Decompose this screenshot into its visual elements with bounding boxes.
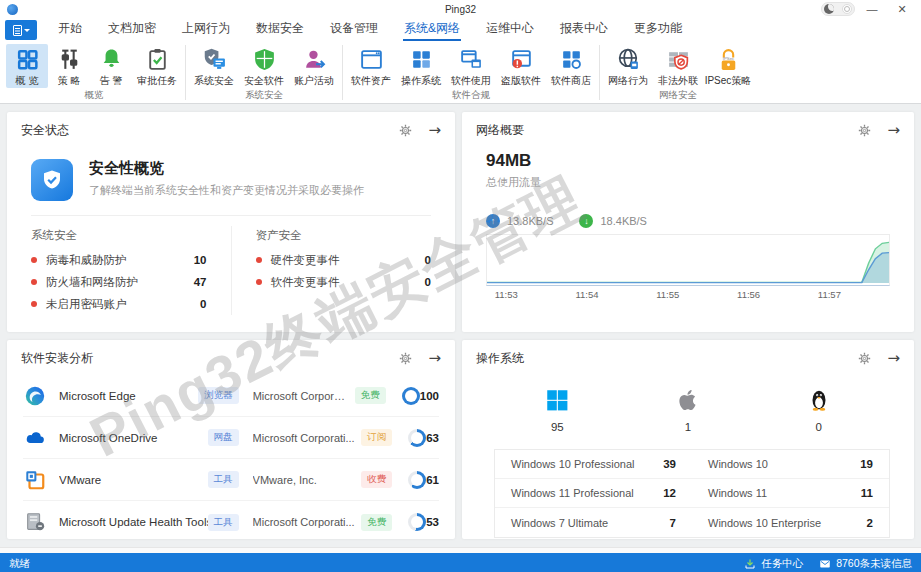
grid-icon [15, 47, 40, 72]
open-panel-arrow-icon[interactable]: → [428, 351, 441, 366]
app-menu-button[interactable] [5, 20, 37, 40]
ribbon-button-security-software[interactable]: 安全软件 [239, 44, 289, 88]
windows-logo-icon [544, 387, 570, 413]
category-badge: 网盘 [208, 429, 239, 446]
category-badge: 浏览器 [198, 387, 239, 404]
tab-web-behavior[interactable]: 上网行为 [169, 17, 243, 42]
red-dot-icon [256, 257, 262, 263]
ribbon-button-software-store[interactable]: 软件商店 [546, 44, 596, 88]
window-title: Ping32 [0, 4, 921, 15]
price-badge: 免费 [355, 387, 386, 404]
ribbon-button-account-activity[interactable]: 账户活动 [289, 44, 339, 88]
price-badge: 订阅 [361, 429, 392, 446]
upload-icon: ↑ [486, 214, 500, 228]
list-item[interactable]: 硬件变更事件 0 [256, 249, 432, 271]
ribbon-button-alerts[interactable]: 告 警 [90, 44, 132, 88]
ribbon-button-overview[interactable]: 概 览 [6, 44, 48, 88]
edge-icon [23, 384, 47, 408]
tab-start[interactable]: 开始 [45, 17, 95, 42]
table-row[interactable]: Microsoft OneDrive 网盘 Microsoft Corporat… [23, 417, 439, 459]
ribbon-button-network-behavior[interactable]: 网络行为 [603, 44, 653, 88]
tab-system-network[interactable]: 系统&网络 [391, 17, 473, 42]
security-status-card: 安全状态 → 安全性概览 了解终端当前系统安全性和资产变更情况并采取必要操作 系 [7, 112, 455, 332]
window-alert-icon [509, 47, 534, 72]
tab-report-center[interactable]: 报表中心 [547, 17, 621, 42]
table-row[interactable]: Windows 10 Enterprise2 [692, 508, 889, 537]
category-badge: 工具 [208, 514, 239, 531]
table-row[interactable]: Windows 10 Professional39 [495, 450, 692, 479]
ribbon-button-pirated-software[interactable]: 盗版软件 [496, 44, 546, 88]
total-traffic-value: 94MB [486, 151, 890, 171]
card-title: 软件安装分析 [21, 350, 93, 367]
x-tick: 11:54 [575, 289, 598, 300]
tab-ops-center[interactable]: 运维中心 [473, 17, 547, 42]
ribbon-group-overview: 概 览 策 略 告 警 审批任务 概览 [4, 42, 184, 103]
task-center-button[interactable]: 任务中心 [744, 557, 803, 571]
ping32-window: Ping32 — ✕ 开始 文档加密 上网行为 数据安全 设备管理 系统&网络 … [0, 0, 921, 572]
titlebar: Ping32 — ✕ [0, 0, 921, 18]
ribbon-group-label: 软件合规 [346, 88, 596, 104]
close-button[interactable]: ✕ [889, 1, 915, 17]
security-overview-subtitle: 了解终端当前系统安全性和资产变更情况并采取必要操作 [89, 183, 364, 198]
envelope-icon [819, 558, 831, 570]
open-panel-arrow-icon[interactable]: → [887, 351, 900, 366]
x-tick: 11:53 [495, 289, 518, 300]
list-item[interactable]: 软件变更事件 0 [256, 271, 432, 293]
price-badge: 免费 [361, 514, 392, 531]
open-panel-arrow-icon[interactable]: → [428, 123, 441, 138]
x-tick: 11:56 [737, 289, 760, 300]
tab-doc-encryption[interactable]: 文档加密 [95, 17, 169, 42]
ribbon-button-policy[interactable]: 策 略 [48, 44, 90, 88]
red-dot-icon [256, 279, 262, 285]
health-tools-icon [23, 510, 47, 534]
gear-icon[interactable] [858, 124, 871, 137]
table-row[interactable]: Windows 1111 [692, 479, 889, 508]
tab-device-mgmt[interactable]: 设备管理 [317, 17, 391, 42]
gear-icon[interactable] [399, 352, 412, 365]
gear-icon[interactable] [858, 352, 871, 365]
total-traffic-label: 总使用流量 [486, 175, 890, 190]
x-tick: 11:55 [656, 289, 679, 300]
platform-count: 1 [685, 421, 691, 433]
open-panel-arrow-icon[interactable]: → [887, 123, 900, 138]
tab-more-features[interactable]: 更多功能 [621, 17, 695, 42]
table-row[interactable]: Microsoft Update Health Tools 工具 Microso… [23, 501, 439, 539]
traffic-area-chart[interactable] [486, 234, 890, 286]
list-item[interactable]: 防火墙和网络防护 47 [31, 271, 207, 293]
upload-speed: ↑ 13.8KB/S [486, 214, 553, 228]
unread-messages-button[interactable]: 8760条未读信息 [819, 557, 912, 571]
os-versions-table: Windows 10 Professional39 Windows 1019 W… [494, 449, 890, 538]
x-tick: 11:57 [818, 289, 841, 300]
green-shield-icon [252, 47, 277, 72]
ribbon-button-illegal-outreach[interactable]: 非法外联 [653, 44, 703, 88]
window-icon [359, 47, 384, 72]
ribbon-button-system-security[interactable]: 系统安全 [189, 44, 239, 88]
list-item[interactable]: 病毒和威胁防护 10 [31, 249, 207, 271]
security-overview-title: 安全性概览 [89, 159, 364, 178]
card-title: 操作系统 [476, 350, 524, 367]
ribbon-button-operating-system[interactable]: 操作系统 [396, 44, 446, 88]
sliders-icon [57, 47, 82, 72]
security-shield-icon [31, 159, 73, 201]
list-item[interactable]: 未启用密码账户 0 [31, 293, 207, 315]
app-menu-icon [13, 25, 22, 36]
minimize-button[interactable]: — [859, 1, 885, 17]
table-row[interactable]: Windows 1019 [692, 450, 889, 479]
dashboard: Ping32终端安全管理 安全状态 → 安全性概览 了解终端当前系统安全性和资产… [0, 104, 921, 547]
table-row[interactable]: Microsoft Edge 浏览器 Microsoft Corporati..… [23, 375, 439, 417]
gear-icon[interactable] [399, 124, 412, 137]
ribbon-button-ipsec-policy[interactable]: IPSec IPSec策略 [703, 44, 753, 88]
os-card: 操作系统 → 95 1 0 [462, 340, 914, 539]
table-row[interactable]: Windows 7 Ultimate7 [495, 508, 692, 537]
ribbon-button-software-assets[interactable]: 软件资产 [346, 44, 396, 88]
tab-data-security[interactable]: 数据安全 [243, 17, 317, 42]
theme-toggle[interactable] [821, 2, 855, 16]
table-row[interactable]: Windows 11 Professional12 [495, 479, 692, 508]
table-row[interactable]: VMware 工具 VMware, Inc. 收费 61 [23, 459, 439, 501]
ribbon-button-approval-tasks[interactable]: 审批任务 [132, 44, 182, 88]
ribbon-button-software-usage[interactable]: 软件使用 [446, 44, 496, 88]
sun-icon [842, 4, 852, 14]
progress-ring [408, 471, 426, 489]
status-ready: 就绪 [9, 557, 30, 571]
platform-linux: 0 [753, 387, 884, 433]
